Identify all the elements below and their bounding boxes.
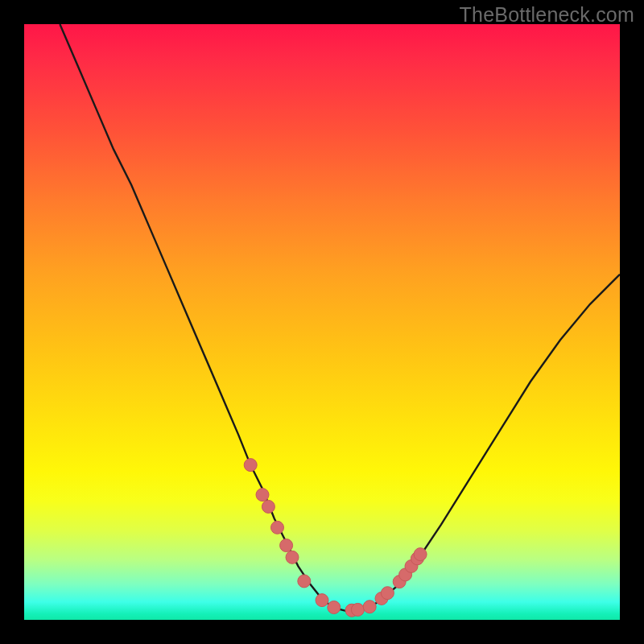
- curve-marker: [381, 587, 394, 600]
- curve-marker: [363, 601, 376, 613]
- plot-area: [24, 24, 620, 620]
- curve-marker: [316, 594, 328, 607]
- curve-marker: [351, 603, 364, 616]
- watermark-text: TheBottleneck.com: [460, 3, 634, 27]
- bottleneck-curve-svg: [24, 24, 620, 620]
- chart-frame: TheBottleneck.com: [0, 0, 644, 644]
- curve-marker: [256, 489, 269, 502]
- curve-marker: [271, 521, 284, 534]
- curve-marker: [262, 500, 275, 513]
- curve-marker: [298, 575, 311, 588]
- curve-markers: [244, 459, 427, 617]
- curve-marker: [286, 551, 299, 564]
- curve-marker: [414, 548, 427, 561]
- bottleneck-curve: [60, 24, 620, 611]
- curve-marker: [328, 601, 341, 614]
- curve-marker: [280, 539, 293, 552]
- curve-marker: [244, 459, 257, 472]
